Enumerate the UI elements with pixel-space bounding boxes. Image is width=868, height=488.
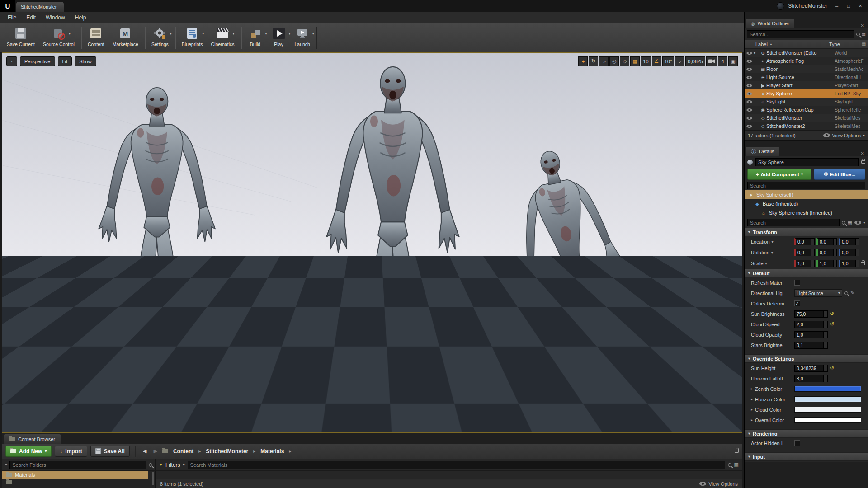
monster-right[interactable] bbox=[499, 141, 644, 384]
perspective-button[interactable]: Perspective bbox=[20, 56, 55, 66]
reset-to-default-icon[interactable]: ↺ bbox=[830, 321, 834, 327]
menu-help[interactable]: Help bbox=[70, 13, 91, 23]
edit-blueprint-button[interactable]: ⚙ Edit Blue... bbox=[814, 169, 865, 180]
cloud-opacity-field[interactable]: 1,0 bbox=[794, 331, 828, 338]
add-new-button[interactable]: Add New ▾ bbox=[5, 446, 52, 457]
outliner-row-skylight[interactable]: ☼ SkyLight SkyLight bbox=[745, 98, 868, 106]
reset-to-default-icon[interactable]: ↺ bbox=[830, 365, 834, 371]
cloud-color-swatch[interactable] bbox=[794, 407, 861, 413]
rotation-x-field[interactable]: 0,0 bbox=[794, 249, 815, 256]
show-button[interactable]: Show bbox=[75, 56, 96, 66]
section-default[interactable]: ▾Default bbox=[745, 269, 868, 277]
rotation-snap-button[interactable]: ∠ bbox=[652, 56, 661, 66]
viewport-3d[interactable]: ▾ Perspective Lit Show + ↻ ↔ ◎ ◇ ▦ 10 ∠ … bbox=[2, 52, 742, 433]
column-settings-icon[interactable]: ▦ bbox=[862, 42, 868, 47]
scale-gizmo-button[interactable]: ↔ bbox=[599, 56, 609, 66]
add-component-button[interactable]: + Add Component ▾ bbox=[747, 169, 811, 180]
visibility-eye-icon[interactable] bbox=[746, 116, 752, 119]
maximize-button[interactable]: □ bbox=[843, 0, 854, 12]
settings-small-icon[interactable]: ▦ bbox=[734, 462, 739, 468]
section-transform[interactable]: ▾Transform bbox=[745, 228, 868, 236]
horizon-falloff-field[interactable]: 3,0 bbox=[794, 375, 828, 382]
breadcrumb-content[interactable]: Content bbox=[171, 447, 195, 455]
sun-height-field[interactable]: 0,348239 bbox=[794, 365, 828, 372]
visibility-eye-icon[interactable] bbox=[746, 100, 752, 103]
outliner-row-sphere-reflection[interactable]: ◉ SphereReflectionCap SphereRefle bbox=[745, 106, 868, 114]
component-row-base[interactable]: ◆ Base (Inherited) bbox=[745, 199, 868, 208]
outliner-row-stitchedmonster[interactable]: ◇ StitchedMonster SkeletalMes bbox=[745, 114, 868, 122]
play-button[interactable]: ▾ Play bbox=[267, 26, 291, 47]
world-outliner-tab[interactable]: ◎ World Outliner bbox=[746, 19, 794, 28]
scale-z-field[interactable]: 1,0 bbox=[839, 260, 859, 267]
zenith-color-swatch[interactable] bbox=[794, 386, 861, 392]
section-rendering[interactable]: ▾Rendering bbox=[745, 429, 868, 438]
outliner-search-input[interactable] bbox=[747, 30, 854, 38]
outliner-row-sky-sphere[interactable]: ● Sky Sphere Edit BP_Sky bbox=[745, 89, 868, 98]
menu-file[interactable]: File bbox=[3, 13, 21, 23]
rotation-y-field[interactable]: 0,0 bbox=[816, 249, 837, 256]
stars-brightness-field[interactable]: 0,1 bbox=[794, 342, 828, 349]
search-folders-input[interactable] bbox=[9, 461, 146, 469]
translate-gizmo-button[interactable]: + bbox=[578, 56, 588, 66]
location-label[interactable]: Location▾ bbox=[751, 239, 794, 244]
surface-snap-button[interactable]: ◇ bbox=[620, 56, 629, 66]
forward-button[interactable]: ▶ bbox=[151, 447, 159, 455]
visibility-eye-icon[interactable] bbox=[746, 67, 752, 70]
lit-mode-button[interactable]: Lit bbox=[58, 56, 72, 66]
scale-label[interactable]: Scale▾ bbox=[751, 261, 794, 266]
camera-speed-button[interactable] bbox=[706, 56, 717, 66]
location-x-field[interactable]: 0,0 bbox=[794, 238, 815, 245]
rotate-gizmo-button[interactable]: ↻ bbox=[589, 56, 598, 66]
display-filter-eye-icon[interactable] bbox=[854, 221, 861, 225]
tree-scrollbar[interactable] bbox=[152, 472, 154, 485]
reset-to-default-icon[interactable]: ↺ bbox=[830, 311, 834, 317]
refresh-material-checkbox[interactable] bbox=[794, 280, 800, 286]
save-current-button[interactable]: Save Current bbox=[3, 26, 39, 47]
details-tab[interactable]: i Details bbox=[746, 147, 779, 156]
lock-icon[interactable] bbox=[861, 160, 865, 164]
content-browser-tab[interactable]: Content Browser bbox=[4, 434, 61, 444]
folder-tree-item-partial[interactable] bbox=[2, 479, 155, 485]
section-override-settings[interactable]: ▾Override Settings bbox=[745, 354, 868, 363]
asset-grid-area[interactable] bbox=[156, 471, 742, 479]
close-button[interactable]: ✕ bbox=[854, 0, 866, 12]
viewport-options-button[interactable]: ▾ bbox=[6, 56, 17, 66]
visibility-eye-icon[interactable] bbox=[746, 124, 752, 127]
property-filter-input[interactable] bbox=[747, 219, 840, 226]
edit-blueprint-link[interactable]: Edit BP_Sky bbox=[835, 91, 867, 96]
component-row-mesh[interactable]: ⌂ Sky Sphere mesh (Inherited) bbox=[745, 208, 868, 217]
sun-brightness-field[interactable]: 75,0 bbox=[794, 310, 828, 318]
blueprints-button[interactable]: ▾ Blueprints bbox=[178, 26, 207, 47]
minimize-button[interactable]: – bbox=[831, 0, 843, 12]
search-assets-input[interactable] bbox=[188, 461, 725, 469]
grid-snap-value[interactable]: 10 bbox=[641, 56, 651, 66]
visibility-eye-icon[interactable] bbox=[746, 84, 752, 87]
save-all-button[interactable]: Save All bbox=[90, 446, 130, 457]
view-options-button[interactable]: View Options bbox=[699, 481, 738, 487]
scale-x-field[interactable]: 1,0 bbox=[794, 260, 815, 267]
outliner-filter-icon[interactable]: ▦ bbox=[862, 32, 866, 37]
actor-hidden-checkbox[interactable] bbox=[794, 440, 800, 446]
level-name-link[interactable]: StitchedMonster (Persistent) bbox=[667, 422, 736, 429]
cinematics-button[interactable]: ▾ Cinematics bbox=[207, 26, 239, 47]
scale-y-field[interactable]: 1,0 bbox=[816, 260, 837, 267]
property-matrix-icon[interactable]: ▦ bbox=[848, 220, 852, 225]
close-panel-icon[interactable]: ✕ bbox=[859, 151, 867, 156]
camera-speed-value[interactable]: 4 bbox=[718, 56, 727, 66]
outliner-view-options-button[interactable]: View Options ▾ bbox=[823, 133, 865, 138]
build-button[interactable]: ▾ Build bbox=[244, 26, 267, 47]
settings-button[interactable]: ▾ Settings bbox=[147, 26, 173, 47]
scale-snap-value[interactable]: 0,0625 bbox=[685, 56, 705, 66]
world-local-toggle-button[interactable]: ◎ bbox=[609, 56, 619, 66]
colors-determined-checkbox[interactable] bbox=[794, 300, 800, 306]
outliner-row-floor[interactable]: ▦ Floor StaticMeshAc bbox=[745, 65, 868, 73]
overall-color-swatch[interactable] bbox=[794, 417, 861, 423]
sources-toggle-icon[interactable]: ≡ bbox=[5, 462, 7, 468]
import-button[interactable]: ↓ Import bbox=[55, 446, 87, 457]
visibility-eye-icon[interactable] bbox=[746, 51, 752, 54]
project-tab[interactable]: StitchedMonster bbox=[16, 2, 64, 12]
use-selected-icon[interactable]: ✎ bbox=[850, 290, 854, 296]
directional-light-dropdown[interactable]: Light Source▾ bbox=[794, 289, 842, 297]
horizon-color-swatch[interactable] bbox=[794, 396, 861, 402]
maximize-viewport-button[interactable]: ▣ bbox=[728, 56, 738, 66]
